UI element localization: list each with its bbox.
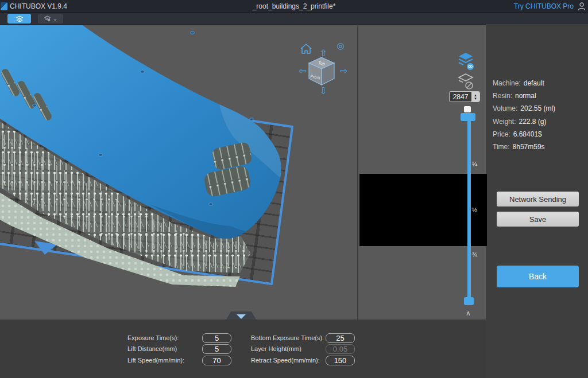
layer-number-spinbox[interactable]: ▲ ▼ <box>449 91 480 102</box>
back-button[interactable]: Back <box>497 266 579 287</box>
document-title: _root_buildings_2_printfile* <box>0 2 588 10</box>
rotate-left-arrow[interactable]: ⇦ <box>299 66 306 76</box>
bottom-exposure-time-label: Bottom Exposure Time(s): <box>251 333 324 343</box>
layers-visible-button[interactable] <box>456 52 475 73</box>
rotate-down-arrow[interactable]: ⇩ <box>319 86 327 96</box>
rotate-up-arrow[interactable]: ⇧ <box>319 48 327 58</box>
chitubox-window: CHITUBOX V1.9.4 _root_buildings_2_printf… <box>0 0 588 378</box>
perspective-toggle-icon[interactable]: ◎ <box>336 41 344 50</box>
toolbar: ⌄ <box>0 13 588 24</box>
viewport-3d[interactable]: ◎ ⇧ ⇦ ⇨ ⇩ Top Front <box>0 24 357 319</box>
lift-distance-input[interactable] <box>202 344 231 354</box>
lift-speed-label: Lift Speed(mm/min): <box>127 356 184 365</box>
view-nav-cluster: ◎ ⇧ ⇦ ⇨ ⇩ Top Front <box>299 41 347 96</box>
spin-down-icon[interactable]: ▼ <box>474 97 477 100</box>
rotate-right-arrow[interactable]: ⇨ <box>340 66 347 76</box>
collapse-settings-button[interactable] <box>226 311 257 319</box>
slider-mark-quarter: ¼ <box>472 161 477 167</box>
lift-speed-input[interactable] <box>202 356 231 365</box>
layer-height-label: Layer Height(mm) <box>251 344 301 354</box>
print-settings-panel: Exposure Time(s): Lift Distance(mm) Lift… <box>0 319 486 378</box>
retract-speed-label: Retract Speed(mm/min): <box>251 356 320 365</box>
home-view-button[interactable] <box>301 44 311 53</box>
view-cube[interactable]: Top Front <box>309 57 334 85</box>
info-row-price: Price:6.68401$ <box>493 130 555 143</box>
info-row-resin: Resin:normal <box>493 92 555 104</box>
title-bar: CHITUBOX V1.9.4 _root_buildings_2_printf… <box>0 0 588 13</box>
layer-preview-panel: ▲ ▼ ¼ ½ ¾ ∧ <box>357 24 486 319</box>
layer-spin-buttons[interactable]: ▲ ▼ <box>471 92 479 102</box>
lift-distance-label: Lift Distance(mm) <box>127 344 177 354</box>
info-row-volume: Volume:202.55 (ml) <box>493 104 555 117</box>
slicer-icon <box>16 15 24 22</box>
try-chitubox-pro-link[interactable]: Try CHITUBOX Pro <box>514 2 574 10</box>
exposure-time-label: Exposure Time(s): <box>127 333 179 343</box>
info-row-weight: Weight:222.8 (g) <box>493 118 555 130</box>
save-button[interactable]: Save <box>497 212 579 227</box>
slider-mark-three-quarter: ¾ <box>472 251 477 258</box>
slicer-tool-button[interactable] <box>7 14 31 24</box>
retract-speed-input[interactable] <box>326 356 355 365</box>
layer-height-input <box>326 344 355 354</box>
info-row-machine: Machine:default <box>493 79 555 92</box>
slicer-tool-dropdown-button[interactable]: ⌄ <box>38 14 63 24</box>
slicer-alt-icon <box>44 15 51 22</box>
layer-number-input[interactable] <box>450 92 471 102</box>
network-sending-button[interactable]: Network Sending <box>497 192 579 206</box>
layer-slider-top-marker[interactable] <box>464 106 471 112</box>
slider-expand-chevron[interactable]: ∧ <box>466 309 471 317</box>
exposure-time-input[interactable] <box>202 333 231 343</box>
user-account-icon[interactable] <box>578 2 586 13</box>
info-row-time: Time:8h57m59s <box>493 143 555 155</box>
layer-slider-lower-handle[interactable] <box>464 297 474 305</box>
layers-hidden-button[interactable] <box>456 73 475 93</box>
slider-mark-half: ½ <box>472 206 477 213</box>
chevron-down-icon: ⌄ <box>53 16 57 22</box>
print-info-list: Machine:default Resin:normal Volume:202.… <box>493 79 555 155</box>
layer-slider-track[interactable] <box>467 116 471 302</box>
print-info-panel: Machine:default Resin:normal Volume:202.… <box>486 24 588 378</box>
bottom-exposure-time-input[interactable] <box>326 333 355 343</box>
layer-slider-upper-handle[interactable] <box>461 113 475 121</box>
